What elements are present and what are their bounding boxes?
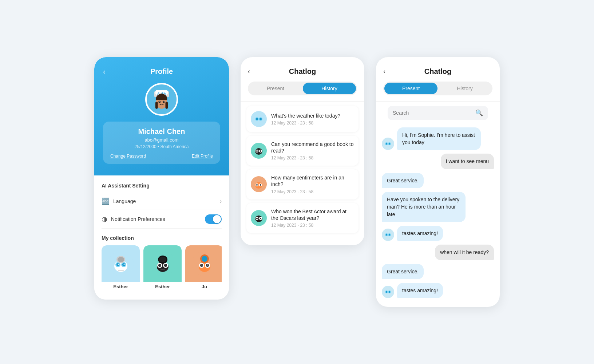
history-text-1: What's the weather like today? 12 May 20… (271, 112, 354, 126)
search-icon: 🔍 (475, 109, 483, 117)
collection-label-2: Esther (143, 282, 182, 291)
history-bot-avatar-2 (251, 143, 267, 159)
avatar-image: ALBA (147, 84, 177, 115)
search-input[interactable] (393, 110, 472, 116)
history-text-2: Can you recommend a good book to read? 1… (271, 141, 354, 161)
msg-bubble-4: Have you spoken to the delivery man? He … (382, 192, 466, 222)
chatlog-present-back-button[interactable]: ‹ (383, 68, 385, 75)
msg-bubble-7: Great service. (382, 264, 424, 279)
msg-row-8: tastes amazing! (382, 283, 494, 298)
chatlog-history-title: Chatlog (289, 67, 316, 76)
chatlog-history-body: What's the weather like today? 12 May 20… (241, 102, 364, 245)
ai-section-title: AI Assistant Setting (102, 183, 222, 189)
chatlog-title-row: ‹ Chatlog (248, 67, 357, 76)
svg-point-70 (386, 143, 387, 145)
svg-point-66 (260, 218, 261, 219)
history-time-4: 12 May 2023 · 23 : 58 (271, 223, 354, 228)
history-msg-2: Can you recommend a good book to read? (271, 141, 354, 154)
profile-title: Profile (103, 67, 220, 76)
svg-point-9 (164, 101, 165, 102)
profile-email: abc@gmail.com (110, 137, 213, 143)
history-msg-4: Who won the Best Actor award at the Osca… (271, 208, 354, 221)
msg-row-1: Hi, I'm Sophie. I'm here to assist you t… (382, 127, 494, 150)
chatlog-history-header: ‹ Chatlog Present History (241, 57, 364, 102)
tab-history-inactive[interactable]: History (438, 83, 491, 94)
msg-row-6: when will it be ready? (382, 245, 494, 260)
collection-item-3[interactable]: Ju (185, 245, 222, 291)
msg-row-3: Great service. (382, 173, 494, 188)
collection-label-3: Ju (185, 282, 222, 291)
bot-avatar-5 (382, 229, 394, 241)
esther-bot-1 (108, 251, 134, 276)
svg-point-43 (202, 256, 207, 262)
change-password-button[interactable]: Change Password (110, 154, 146, 159)
language-label: Language (113, 198, 136, 204)
history-item-3[interactable]: How many centimeters are in an inch? 12 … (246, 169, 359, 199)
history-msg-1: What's the weather like today? (271, 112, 354, 119)
chatlog-history-tabs: Present History (248, 82, 357, 95)
svg-point-22 (118, 257, 124, 262)
notification-toggle[interactable] (205, 214, 222, 224)
svg-point-40 (201, 264, 202, 265)
esther-bot-2 (150, 251, 175, 276)
chatlog-present-header: ‹ Chatlog Present History (376, 57, 500, 102)
msg-bubble-8: tastes amazing! (397, 283, 443, 298)
tab-history[interactable]: History (303, 83, 356, 94)
profile-region: South America (160, 144, 189, 149)
profile-back-button[interactable]: ‹ (103, 67, 106, 76)
tab-present-active[interactable]: Present (384, 83, 437, 94)
chat-messages: Hi, I'm Sophie. I'm here to assist you t… (376, 124, 500, 307)
svg-point-54 (260, 150, 261, 152)
profile-header: ‹ Profile ALBA (94, 57, 229, 175)
svg-point-65 (256, 218, 258, 219)
profile-dob: 25/12/2000 (135, 144, 157, 149)
svg-rect-20 (118, 270, 124, 271)
msg-bubble-2: I want to see menu (441, 154, 494, 169)
svg-point-80 (386, 291, 387, 293)
language-setting[interactable]: 🔤 Language › (102, 193, 222, 210)
notification-label: Notification Preferences (111, 216, 165, 222)
svg-point-59 (256, 184, 258, 186)
history-bot-avatar-4 (251, 210, 267, 226)
history-item-4[interactable]: Who won the Best Actor award at the Osca… (246, 203, 359, 233)
svg-point-30 (165, 264, 166, 265)
profile-card: ‹ Profile ALBA (94, 57, 229, 300)
chatlog-history-back-button[interactable]: ‹ (248, 68, 250, 75)
history-time-3: 12 May 2023 · 23 : 58 (271, 189, 354, 194)
collection-image-1 (102, 245, 140, 282)
history-text-3: How many centimeters are in an inch? 12 … (271, 174, 354, 194)
svg-point-19 (123, 264, 124, 265)
msg-bubble-5: tastes amazing! (397, 226, 443, 241)
toggle-knob (213, 215, 221, 223)
svg-point-32 (159, 257, 166, 262)
tab-present[interactable]: Present (249, 83, 302, 94)
history-item-2[interactable]: Can you recommend a good book to read? 1… (246, 136, 359, 166)
msg-bubble-3: Great service. (382, 173, 424, 188)
svg-point-8 (159, 101, 160, 102)
profile-name: Michael Chen (110, 127, 213, 136)
setting-notification-left: ◑ Notification Preferences (102, 215, 165, 223)
svg-point-76 (389, 234, 390, 236)
svg-rect-10 (155, 102, 158, 109)
avatar: ALBA (145, 83, 178, 116)
svg-point-47 (256, 118, 258, 120)
screens-container: ‹ Profile ALBA (42, 57, 552, 307)
history-item-1[interactable]: What's the weather like today? 12 May 20… (246, 106, 359, 132)
collection-grid: Esther (102, 245, 222, 291)
bot-3 (192, 251, 217, 276)
collection-item-1[interactable]: Esther (102, 245, 140, 291)
msg-row-7: Great service. (382, 264, 494, 279)
collection-title: My collection (102, 235, 222, 241)
svg-point-18 (118, 264, 119, 265)
svg-point-6 (158, 101, 161, 103)
notification-setting[interactable]: ◑ Notification Preferences (102, 210, 222, 229)
history-msg-3: How many centimeters are in an inch? (271, 174, 354, 187)
svg-rect-33 (161, 269, 165, 270)
language-icon: 🔤 (102, 197, 110, 205)
chatlog-present-title: Chatlog (424, 67, 451, 76)
collection-item-2[interactable]: Esther (143, 245, 182, 291)
edit-profile-button[interactable]: Edit Profile (192, 154, 213, 159)
history-time-1: 12 May 2023 · 23 : 58 (271, 120, 354, 126)
collection-image-3 (185, 245, 222, 282)
svg-point-75 (386, 234, 387, 236)
